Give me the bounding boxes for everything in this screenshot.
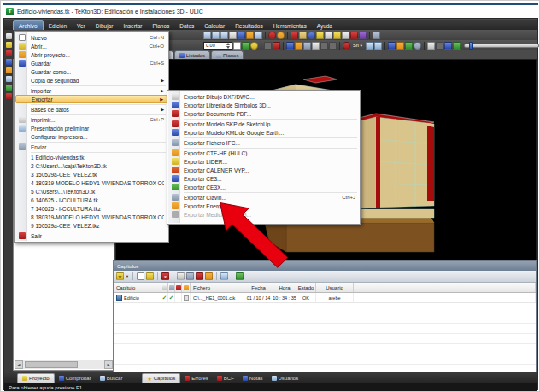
zoom-in-icon[interactable]: [203, 32, 211, 39]
menu-item-nuevo[interactable]: NuevoCtrl+N: [15, 33, 167, 42]
recycle-icon[interactable]: [453, 42, 461, 50]
edit-chapter-icon[interactable]: [177, 272, 185, 280]
spinner-arrows[interactable]: [226, 43, 230, 49]
select-plus-icon[interactable]: [427, 42, 435, 50]
menu-item-exportar-ce3[interactable]: Exportar CE3...: [168, 174, 359, 183]
menu-item-exportar[interactable]: Exportar▶: [15, 95, 167, 103]
col-color-icon[interactable]: [182, 283, 191, 292]
scroll-right-arrow[interactable]: ►: [104, 360, 113, 369]
col-fichero[interactable]: Fichero: [191, 283, 244, 292]
favorite-star-icon[interactable]: ★: [116, 272, 124, 280]
side-tool-icon[interactable]: [6, 93, 12, 99]
new-chapter-icon[interactable]: [137, 272, 144, 280]
recent-file-6[interactable]: 6 140625 - I-CCULTURA.tk: [15, 196, 167, 204]
open-chapter-icon[interactable]: [146, 272, 154, 280]
col-status-icon[interactable]: [175, 283, 182, 292]
side-tool-icon[interactable]: [6, 59, 12, 65]
table-row[interactable]: Edificio ✓ ✓ C:\..._HE1_0001.ctk 01 / 10…: [114, 293, 536, 303]
recent-file-3[interactable]: 3 150529a-CEE_VELEZ.tk: [15, 170, 167, 178]
menu-item-exportar-skp[interactable]: Exportar Modelo SKP de SketchUp...: [168, 120, 359, 128]
caret-down-icon[interactable]: ▼: [126, 274, 129, 278]
menu-item-salir[interactable]: Salir: [15, 231, 167, 240]
pan-icon[interactable]: [229, 32, 237, 39]
col-visible-icon[interactable]: [168, 283, 175, 292]
side-tool-icon[interactable]: [6, 50, 12, 56]
tab-bcf[interactable]: BCF: [213, 373, 238, 383]
coordinate-spinner[interactable]: 0.00: [203, 42, 232, 50]
delete-chapter-icon[interactable]: ×: [161, 272, 169, 280]
image-icon[interactable]: [303, 42, 311, 50]
tab-notas[interactable]: Notas: [238, 373, 267, 383]
recent-file-5[interactable]: 5 C:\Users\...\TeKton3D.tk: [15, 187, 167, 196]
flag-icon[interactable]: [436, 42, 443, 50]
menu-item-exportar-kml[interactable]: Exportar Modelo KML de Google Earth...: [168, 128, 359, 137]
col-fecha[interactable]: Fecha: [244, 283, 273, 292]
menu-item-exportar-ce3x[interactable]: Exportar CE3X...: [168, 183, 359, 191]
menu-item-exportar-pdf[interactable]: Exportar Documento PDF...: [168, 109, 359, 118]
link-tool-icon[interactable]: [220, 272, 228, 280]
set-square-icon[interactable]: [366, 42, 373, 50]
new-sheet-icon[interactable]: [233, 42, 241, 50]
filter-funnel-icon[interactable]: [333, 32, 341, 39]
pencil-tool-icon[interactable]: [316, 32, 324, 39]
transparency-slider[interactable]: [464, 44, 539, 48]
scroll-left-arrow[interactable]: ◄: [15, 360, 23, 369]
camera-icon[interactable]: [396, 42, 404, 50]
refresh-icon[interactable]: [444, 42, 452, 50]
draw-line-icon[interactable]: [342, 32, 349, 39]
tab-proyecto[interactable]: Proyecto: [17, 373, 55, 383]
menu-item-enviar[interactable]: Enviar...: [15, 143, 167, 151]
side-tool-icon[interactable]: [6, 76, 12, 82]
library-icon[interactable]: [359, 32, 367, 39]
tool-disabled-icon[interactable]: [329, 42, 337, 50]
recent-file-4[interactable]: 4 180319-MODELO HEDY1 VIVIENDAS TORROX C…: [15, 178, 167, 187]
col-usuario[interactable]: Usuario: [316, 283, 354, 292]
col-hora[interactable]: Hora: [273, 283, 296, 292]
project-panel-hscrollbar[interactable]: ◄ ►: [15, 360, 113, 369]
zoom-window-icon[interactable]: [220, 32, 228, 39]
render-sphere-red-icon[interactable]: [268, 32, 276, 39]
help-pointer-icon[interactable]: [255, 32, 262, 39]
menu-dibujar[interactable]: Dibujar: [91, 21, 119, 31]
palette-grid-icon[interactable]: [205, 272, 213, 280]
menu-item-guardar[interactable]: GuardarCtrl+S: [15, 59, 167, 67]
edit-mesh-icon[interactable]: [325, 32, 332, 39]
tab-comprobar[interactable]: Comprobar: [55, 373, 96, 383]
chart-icon[interactable]: [286, 42, 294, 50]
monitor-icon[interactable]: [388, 42, 396, 50]
menu-item-imprimir[interactable]: Imprimir...Ctrl+P: [15, 115, 167, 124]
menu-planos[interactable]: Planos: [147, 21, 174, 31]
menu-item-bases-de-datos[interactable]: Bases de datos▶: [15, 105, 167, 114]
tab-planos[interactable]: Planos: [211, 50, 244, 59]
visibility-icon[interactable]: [186, 272, 194, 280]
side-tool-icon[interactable]: [6, 67, 12, 73]
zoom-out-icon[interactable]: [212, 32, 220, 39]
scroll-thumb[interactable]: [25, 361, 78, 368]
clipboard-icon[interactable]: [295, 42, 302, 50]
tab-listados[interactable]: Listados: [174, 50, 210, 59]
col-edit-icon[interactable]: [161, 283, 168, 292]
sn-dropdown[interactable]: Sn ▼: [351, 43, 365, 48]
menu-item-presentacion-preliminar[interactable]: Presentación preliminar: [15, 124, 167, 132]
recent-file-8[interactable]: 8 180319-MODELO HEDY1 VIVIENDAS TORROX C…: [15, 213, 167, 221]
menu-herramientas[interactable]: Herramientas: [268, 21, 312, 31]
tab-errores[interactable]: Errores: [180, 373, 213, 383]
menu-item-exportar-cte-he[interactable]: Exportar CTE-HE (HULC)...: [168, 149, 359, 157]
floor-tool-icon[interactable]: [299, 32, 307, 39]
measure-disabled-icon[interactable]: [264, 42, 272, 50]
side-tool-icon[interactable]: [6, 85, 12, 91]
menu-calcular[interactable]: Calcular: [199, 21, 230, 31]
col-capitulo[interactable]: Capítulo: [114, 283, 161, 292]
menu-datos[interactable]: Datos: [174, 21, 199, 31]
menu-item-guardar-como[interactable]: Guardar como...: [15, 67, 167, 76]
earth-house-icon[interactable]: [405, 42, 413, 50]
menu-item-abrir[interactable]: Abrir...Ctrl+O: [15, 42, 167, 50]
menu-item-copia-seguridad[interactable]: Copia de seguridad▶: [15, 76, 167, 85]
menu-item-configurar-impresora[interactable]: Configurar impresora...: [15, 132, 167, 141]
color-checkbox[interactable]: [184, 295, 189, 301]
menu-ver[interactable]: Ver: [72, 21, 91, 31]
tab-buscar[interactable]: Buscar: [96, 373, 127, 383]
menu-item-exportar-ifc[interactable]: Exportar Fichero IFC...: [168, 138, 359, 147]
menu-ayuda[interactable]: Ayuda: [312, 21, 338, 31]
recent-file-9[interactable]: 9 150529a-CEE_VELEZ.tkz: [15, 221, 167, 230]
